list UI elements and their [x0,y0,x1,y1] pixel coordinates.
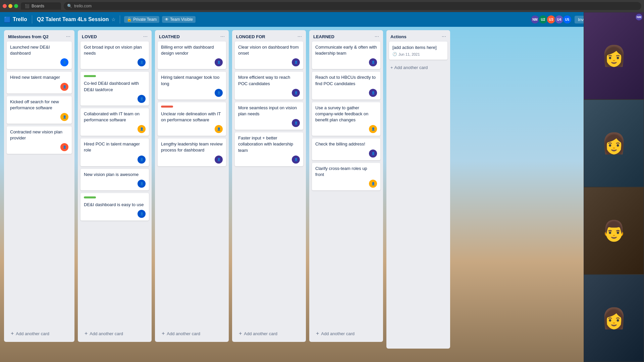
card-milestones-4[interactable]: Contracted new vision plan provider 👤 [7,126,72,154]
card-loathed-4[interactable]: Lengthy leadership team review process f… [158,138,226,166]
card-loved-1[interactable]: Got broad input on vision plan needs 👤 [80,42,149,69]
close-window-button[interactable] [3,4,7,8]
card-text: Check the billing address! [315,141,377,147]
card-longed-4[interactable]: Faster input + better collaboration with… [235,132,303,166]
card-footer: 👤 [10,58,68,66]
column-menu-learned[interactable]: ··· [375,34,379,40]
column-menu-longed-for[interactable]: ··· [298,34,302,40]
plus-icon: + [162,330,165,337]
card-milestones-1[interactable]: Launched new DE&I dashboard 👤 [7,42,72,69]
card-text: Use a survey to gather company-wide feed… [315,105,377,123]
card-milestones-2[interactable]: Hired new talent manager 👤 [7,72,72,93]
card-text: Lengthy leadership team review process f… [161,141,223,153]
title-divider [120,15,120,23]
add-card-loathed[interactable]: + Add another card [158,328,226,339]
person-silhouette-1: 👩 [601,44,627,68]
card-milestones-3[interactable]: Kicked off search for new performance so… [7,96,72,124]
window-controls [3,4,18,8]
column-menu-actions[interactable]: ··· [442,34,446,40]
card-longed-2[interactable]: More efficient way to reach POC candidat… [235,72,303,99]
action-date: 🕐 Jun 11, 2021 [392,52,444,56]
private-team-badge[interactable]: 🔒 Private Team [124,16,159,23]
card-loathed-1[interactable]: Billing error with dashboard design vend… [158,42,226,69]
person-silhouette-4: 👩 [601,306,627,330]
card-avatar: 👤 [369,149,377,158]
card-avatar: 👤 [215,125,223,133]
card-avatar: 👤 [369,125,377,133]
card-footer: 👤 [84,210,146,218]
card-loved-6[interactable]: DE&I dashboard is easy to use 👤 [80,193,149,221]
card-avatar: 👤 [138,210,146,218]
card-learned-4[interactable]: Check the billing address! 👤 [312,138,380,160]
add-card-loved[interactable]: + Add another card [80,328,149,339]
column-menu-loathed[interactable]: ··· [220,34,225,40]
video-feed-2: 👩 [584,100,644,187]
card-learned-2[interactable]: Reach out to HBCUs directly to find POC … [312,72,380,99]
add-card-learned[interactable]: + Add another card [312,328,380,339]
person-silhouette-3: 👨 [601,219,627,243]
card-text: Unclear role delineation with IT on perf… [161,111,223,123]
card-text: DE&I dashboard is easy to use [84,202,146,208]
board-container: Milestones from Q2 ··· Launched new DE&I… [0,27,644,362]
video-cell-2: 👩 [584,100,644,187]
plus-icon: + [316,330,319,337]
card-text: Got broad input on vision plan needs [84,44,146,56]
card-loathed-2[interactable]: Hiring talent manager took too long 👤 [158,72,226,99]
card-text: Hired new talent manager [10,74,68,80]
column-header-learned: LEARNED ··· [309,30,383,42]
card-footer: 👤 [84,125,146,133]
card-loved-5[interactable]: New vision plan is awesome 👤 [80,169,149,190]
card-avatar: 👤 [292,156,300,164]
star-icon[interactable]: ☆ [111,17,116,22]
card-avatar: 👤 [292,89,300,97]
card-avatar: 👤 [60,113,68,121]
column-menu-loved[interactable]: ··· [143,34,148,40]
card-learned-5[interactable]: Clarify cross-team roles up front 👤 [312,163,380,190]
plus-icon: + [239,330,242,337]
plus-icon: + [85,330,88,337]
eye-icon: 👁 [165,17,169,22]
card-footer: 👤 [315,180,377,188]
add-card-milestones[interactable]: + Add another card [7,328,72,339]
browser-tab[interactable]: ⬛ Boards [21,2,61,10]
column-milestones: Milestones from Q2 ··· Launched new DE&I… [4,30,74,342]
board-title: Q2 Talent Team 4Ls Session [37,16,109,22]
add-another-action[interactable]: + Add another card [386,62,450,73]
card-loved-2[interactable]: Co-led DE&I dashboard with DE&I taskforc… [80,72,149,105]
trello-icon: 🟦 [4,16,11,23]
add-card-longed-for[interactable]: + Add another card [235,328,303,339]
address-text: trello.com [74,4,92,8]
column-cards-loathed: Billing error with dashboard design vend… [155,42,229,326]
card-learned-1[interactable]: Communicate early & often with leadershi… [312,42,380,69]
action-card[interactable]: [add action items here] 🕐 Jun 11, 2021 [389,42,447,60]
card-longed-1[interactable]: Clear vision on dashboard from onset 👤 [235,42,303,69]
card-footer: 👤 [161,125,223,133]
member-avatars: NM U2 U3 U4 U5 [532,15,572,24]
card-footer: 👤 [238,58,300,66]
visibility-badge[interactable]: 👁 Team Visible [162,16,196,23]
add-card-label: Add another card [167,331,200,336]
column-header-longed-for: LONGED FOR ··· [232,30,306,42]
address-bar[interactable]: 🔍 trello.com [64,2,641,10]
card-loathed-3[interactable]: Unclear role delineation with IT on perf… [158,102,226,136]
card-longed-3[interactable]: More seamless input on vision plan needs… [235,102,303,130]
card-loved-4[interactable]: Hired POC in talent manager role 👤 [80,138,149,166]
card-loved-3[interactable]: Collaborated with IT team on performance… [80,108,149,136]
card-learned-3[interactable]: Use a survey to gather company-wide feed… [312,102,380,136]
card-avatar: 👤 [60,143,68,151]
card-footer: 👤 [161,156,223,164]
column-cards-loved: Got broad input on vision plan needs 👤 C… [78,42,152,326]
add-card-label: Add another card [16,331,49,336]
card-text: More efficient way to reach POC candidat… [238,74,300,86]
column-menu-milestones[interactable]: ··· [66,34,70,40]
card-footer: 👤 [161,58,223,66]
maximize-window-button[interactable] [14,4,18,8]
minimize-window-button[interactable] [8,4,12,8]
board-area: Milestones from Q2 ··· Launched new DE&I… [0,27,644,352]
card-text: Clarify cross-team roles up front [315,166,377,178]
board-title-bar: Q2 Talent Team 4Ls Session ☆ 🔒 Private T… [37,15,528,23]
lock-icon: 🔒 [127,17,132,22]
card-avatar: 👤 [60,58,68,66]
column-loathed: LOATHED ··· Billing error with dashboard… [155,30,229,342]
add-card-label: Add another card [321,331,355,336]
